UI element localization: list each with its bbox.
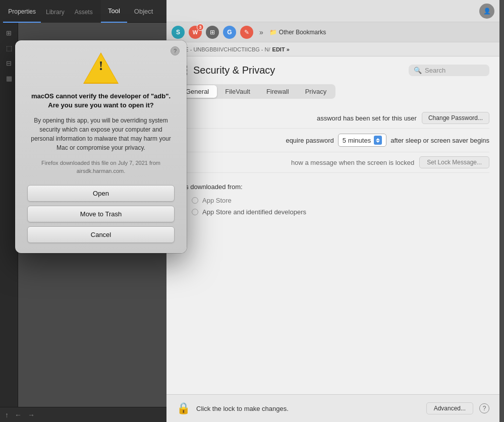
other-bookmarks[interactable]: 📁 Other Bookmarks bbox=[269, 29, 326, 36]
modal-body-text: By opening this app, you will be overrid… bbox=[27, 116, 175, 152]
sidebar-icon-2[interactable]: ⬚ bbox=[3, 42, 15, 54]
bottom-icon-2[interactable]: ← bbox=[15, 411, 22, 419]
chevron-down-icon bbox=[376, 141, 380, 143]
browser-tab-g[interactable]: G bbox=[223, 26, 236, 39]
browser-panel: 👤 S W 3 ⊞ G ✎ » 📁 Other Bookmarks IENCE … bbox=[166, 0, 499, 422]
require-password-row: equire password 5 minutes after sleep or… bbox=[177, 129, 489, 152]
tab-properties[interactable]: Properties bbox=[3, 1, 41, 23]
tab-assets[interactable]: Assets bbox=[70, 1, 98, 23]
security-tab-bar: General FileVault Firewall Privacy bbox=[177, 84, 335, 99]
app-store-identified-option[interactable]: App Store and identified developers bbox=[177, 206, 489, 218]
dropdown-value: 5 minutes bbox=[343, 137, 371, 144]
browser-tab-w[interactable]: W 3 bbox=[189, 26, 202, 39]
require-password-label: equire password bbox=[286, 137, 333, 144]
advanced-button[interactable]: Advanced... bbox=[426, 402, 473, 414]
warning-triangle-icon: ! bbox=[83, 52, 119, 84]
edit-button[interactable]: EDIT » bbox=[272, 46, 290, 52]
dropdown-arrow-icon bbox=[374, 136, 382, 145]
sidebar-icon-1[interactable]: ⊞ bbox=[3, 27, 15, 39]
help-question-button[interactable]: ? bbox=[171, 46, 180, 55]
sec-tab-filevault[interactable]: FileVault bbox=[217, 85, 258, 98]
tab-object[interactable]: Object bbox=[127, 0, 160, 23]
url-bar: IENCE - UNBGBBIIVCHIDCTIICBG - N/ EDIT » bbox=[166, 42, 499, 56]
password-dropdown[interactable]: 5 minutes bbox=[338, 134, 386, 147]
lock-message-row: how a message when the screen is locked … bbox=[177, 152, 489, 173]
browser-avatar[interactable]: 👤 bbox=[479, 4, 494, 19]
modal-title: macOS cannot verify the developer of "ad… bbox=[27, 92, 175, 110]
security-header: Security & Privacy 🔍 Search bbox=[177, 65, 489, 76]
apps-title: os downloaded from: bbox=[177, 183, 489, 191]
folder-icon: 📁 bbox=[269, 29, 277, 36]
security-footer: 🔒 Click the lock to make changes. Advanc… bbox=[166, 394, 499, 422]
browser-tab-edit[interactable]: ✎ bbox=[240, 26, 253, 39]
change-password-button[interactable]: Change Password... bbox=[422, 112, 489, 124]
more-tabs-icon[interactable]: » bbox=[259, 28, 263, 36]
cancel-button[interactable]: Cancel bbox=[27, 226, 175, 243]
bottom-icon-1[interactable]: ↑ bbox=[5, 411, 9, 419]
search-icon: 🔍 bbox=[414, 67, 422, 74]
app-store-option[interactable]: App Store bbox=[177, 195, 489, 206]
sec-tab-firewall[interactable]: Firewall bbox=[258, 85, 297, 98]
sec-tab-privacy[interactable]: Privacy bbox=[297, 85, 335, 98]
panel-tab-bar: Properties Library Assets bbox=[0, 0, 101, 23]
browser-tab-grid[interactable]: ⊞ bbox=[206, 26, 219, 39]
bottom-icon-3[interactable]: → bbox=[28, 411, 35, 419]
security-title-row: Security & Privacy bbox=[177, 65, 275, 76]
security-warning-dialog: ? ! macOS cannot verify the developer of… bbox=[15, 40, 187, 253]
move-to-trash-button[interactable]: Move to Trash bbox=[27, 206, 175, 222]
security-search[interactable]: 🔍 Search bbox=[409, 65, 489, 76]
warning-icon-container: ! bbox=[27, 52, 175, 84]
password-row: assword has been set for this user Chang… bbox=[177, 108, 489, 129]
browser-tabs-row: S W 3 ⊞ G ✎ » 📁 Other Bookmarks bbox=[166, 22, 499, 42]
radio-app-store bbox=[192, 197, 198, 204]
security-content: Security & Privacy 🔍 Search General File… bbox=[166, 56, 499, 226]
browser-nav-bar: 👤 bbox=[166, 0, 499, 22]
modal-source-text: Firefox downloaded this file on July 7, … bbox=[27, 159, 175, 175]
sidebar-icon-3[interactable]: ⊟ bbox=[3, 57, 15, 69]
after-password-label: after sleep or screen saver begins bbox=[390, 137, 489, 144]
lock-message-text: Click the lock to make changes. bbox=[196, 405, 420, 412]
password-label: assword has been set for this user bbox=[317, 114, 417, 122]
open-button[interactable]: Open bbox=[27, 185, 175, 202]
help-button[interactable]: ? bbox=[479, 403, 489, 413]
sidebar-icon-4[interactable]: ▦ bbox=[3, 72, 15, 84]
exclamation-mark: ! bbox=[99, 59, 103, 73]
security-title: Security & Privacy bbox=[193, 65, 275, 76]
browser-tab-s[interactable]: S bbox=[172, 26, 185, 39]
apps-section: os downloaded from: App Store App Store … bbox=[177, 183, 489, 218]
tab-library[interactable]: Library bbox=[41, 1, 70, 23]
radio-app-store-identified bbox=[192, 209, 198, 215]
chevron-up-icon bbox=[376, 138, 380, 140]
set-lock-message-button[interactable]: Set Lock Message... bbox=[419, 156, 489, 168]
lock-icon[interactable]: 🔒 bbox=[177, 402, 190, 415]
lock-message-label: how a message when the screen is locked bbox=[291, 159, 414, 166]
tab-tool[interactable]: Tool bbox=[101, 0, 127, 23]
